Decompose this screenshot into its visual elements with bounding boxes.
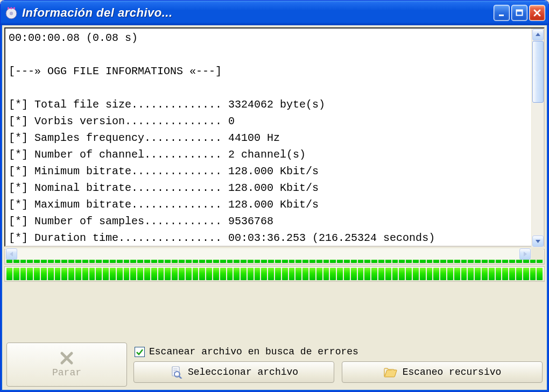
scroll-right-button[interactable] bbox=[519, 248, 531, 260]
scroll-down-button[interactable] bbox=[532, 236, 544, 247]
select-file-label: Seleccionar archivo bbox=[188, 367, 298, 377]
titlebar-buttons bbox=[494, 5, 545, 21]
close-button[interactable] bbox=[529, 5, 545, 21]
scroll-thumb[interactable] bbox=[532, 41, 544, 103]
out-time: 00:00:00.08 (0.08 s) bbox=[9, 32, 138, 44]
recursive-scan-button[interactable]: Escaneo recursivo bbox=[342, 361, 543, 383]
svg-rect-3 bbox=[11, 8, 12, 10]
output-text[interactable]: 00:00:00.08 (0.08 s) [---» OGG FILE INFO… bbox=[5, 28, 531, 247]
close-x-icon bbox=[60, 351, 74, 365]
vertical-scrollbar[interactable] bbox=[531, 28, 544, 247]
file-search-icon bbox=[170, 366, 182, 379]
out-row: [*] Samples frequency............ 44100 … bbox=[9, 132, 280, 144]
out-header: [---» OGG FILE INFORMATIONS «---] bbox=[9, 65, 222, 77]
out-row: [*] Maximum bitrate.............. 128.00… bbox=[9, 198, 319, 211]
level-meter-right bbox=[4, 266, 545, 282]
scan-errors-checkbox[interactable] bbox=[135, 347, 145, 357]
app-window: Información del archivo... 00:00:00.08 (… bbox=[0, 0, 549, 392]
svg-rect-5 bbox=[499, 15, 504, 16]
scroll-track[interactable] bbox=[532, 103, 544, 236]
stop-button[interactable]: Parar bbox=[6, 343, 127, 387]
hscroll-track[interactable] bbox=[17, 248, 519, 260]
client-area: 00:00:00.08 (0.08 s) [---» OGG FILE INFO… bbox=[1, 25, 548, 391]
button-row: Seleccionar archivo Escaneo recursivo bbox=[133, 361, 543, 383]
scan-errors-row: Escanear archivo en busca de errores bbox=[133, 346, 543, 357]
out-row: [*] Number of channel............ 2 chan… bbox=[9, 148, 306, 161]
svg-rect-4 bbox=[13, 8, 15, 10]
out-row: [*] Minimum bitrate.............. 128.00… bbox=[9, 165, 319, 177]
out-row: [*] Vorbis version............... 0 bbox=[9, 115, 235, 127]
scroll-up-button[interactable] bbox=[532, 29, 544, 40]
scroll-left-button[interactable] bbox=[6, 248, 17, 260]
out-row: [*] Duration time................ 00:03:… bbox=[9, 232, 435, 244]
right-controls: Escanear archivo en busca de errores bbox=[133, 343, 543, 387]
checkmark-icon bbox=[136, 348, 144, 356]
out-row: [*] Nominal bitrate.............. 128.00… bbox=[9, 182, 319, 194]
recursive-scan-label: Escaneo recursivo bbox=[403, 367, 502, 377]
horizontal-scrollbar[interactable] bbox=[5, 247, 531, 260]
svg-rect-2 bbox=[8, 8, 9, 10]
spacer bbox=[4, 282, 545, 339]
app-icon bbox=[5, 6, 18, 19]
scan-errors-label: Escanear archivo en busca de errores bbox=[149, 346, 358, 357]
folder-open-icon bbox=[383, 366, 397, 378]
out-row: [*] Number of samples............ 953676… bbox=[9, 215, 273, 227]
svg-point-1 bbox=[10, 12, 13, 15]
minimize-button[interactable] bbox=[494, 5, 510, 21]
output-panel: 00:00:00.08 (0.08 s) [---» OGG FILE INFO… bbox=[4, 27, 545, 247]
maximize-button[interactable] bbox=[511, 5, 527, 21]
window-title: Información del archivo... bbox=[22, 6, 494, 20]
stop-button-label: Parar bbox=[52, 367, 81, 378]
svg-rect-7 bbox=[517, 10, 523, 12]
scroll-corner bbox=[531, 247, 544, 260]
titlebar[interactable]: Información del archivo... bbox=[1, 1, 548, 25]
bottom-bar: Parar Escanear archivo en busca de error… bbox=[4, 339, 545, 388]
out-row: [*] Total file size.............. 332406… bbox=[9, 98, 325, 111]
select-file-button[interactable]: Seleccionar archivo bbox=[133, 361, 334, 383]
